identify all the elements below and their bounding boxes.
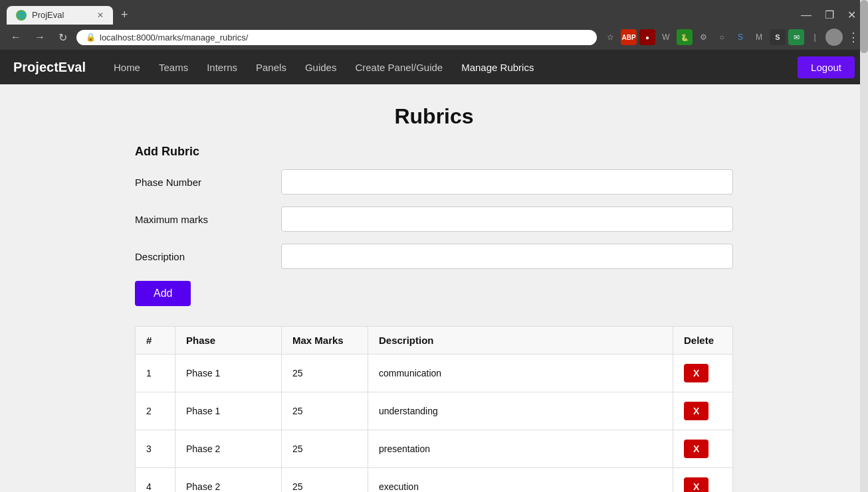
- address-bar-row: ← → ↻ 🔒 localhost:8000/marks/manage_rubr…: [0, 25, 868, 50]
- delete-button-4[interactable]: X: [684, 477, 708, 492]
- cell-maxmarks: 25: [282, 392, 368, 430]
- col-header-num: #: [136, 327, 175, 355]
- delete-button-3[interactable]: X: [684, 440, 708, 458]
- cell-num: 1: [136, 355, 175, 392]
- maximum-marks-input[interactable]: [281, 206, 733, 232]
- delete-button-2[interactable]: X: [684, 402, 708, 420]
- description-label: Description: [135, 251, 268, 262]
- close-button[interactable]: ✕: [842, 7, 861, 23]
- profile-icon[interactable]: [825, 29, 843, 46]
- col-header-description: Description: [368, 327, 673, 355]
- lock-icon: 🔒: [86, 33, 96, 42]
- logout-button[interactable]: Logout: [798, 56, 855, 78]
- cell-phase: Phase 1: [175, 355, 282, 392]
- cell-delete: X: [673, 392, 733, 430]
- add-rubric-form: Add Rubric Phase Number Maximum marks De…: [135, 145, 733, 306]
- form-section-title: Add Rubric: [135, 145, 733, 159]
- maximum-marks-row: Maximum marks: [135, 206, 733, 232]
- cell-description: communication: [368, 355, 673, 392]
- col-header-phase: Phase: [175, 327, 282, 355]
- ext-icon-7[interactable]: M: [751, 29, 767, 45]
- cell-description: presentation: [368, 430, 673, 468]
- navbar-brand[interactable]: ProjectEval: [13, 60, 86, 75]
- table-row: 4 Phase 2 25 execution X: [136, 468, 733, 493]
- table-header-row: # Phase Max Marks Description Delete: [136, 327, 733, 355]
- delete-button-1[interactable]: X: [684, 364, 708, 382]
- toolbar-icons: ☆ ABP ● W 🐍 ⚙ ○ S M S ✉ | ⋮: [602, 29, 861, 46]
- cell-delete: X: [673, 430, 733, 468]
- navbar-links: Home Teams Interns Panels Guides Create …: [106, 56, 798, 78]
- cell-delete: X: [673, 468, 733, 493]
- address-bar[interactable]: 🔒 localhost:8000/marks/manage_rubrics/: [76, 30, 597, 45]
- tab-bar: 🌐 ProjEval ✕ + — ❐ ✕: [7, 5, 861, 25]
- tab-title: ProjEval: [32, 10, 64, 20]
- navbar: ProjectEval Home Teams Interns Panels Gu…: [0, 50, 868, 84]
- back-button[interactable]: ←: [7, 30, 25, 44]
- cell-num: 3: [136, 430, 175, 468]
- new-tab-button[interactable]: +: [116, 5, 134, 25]
- ext-icon-9[interactable]: ✉: [788, 29, 804, 45]
- cell-maxmarks: 25: [282, 430, 368, 468]
- main-content: Rubrics Add Rubric Phase Number Maximum …: [0, 84, 868, 492]
- ext-icon-5[interactable]: ○: [714, 29, 730, 45]
- cell-phase: Phase 1: [175, 392, 282, 430]
- phase-number-row: Phase Number: [135, 169, 733, 195]
- table-row: 2 Phase 1 25 understanding X: [136, 392, 733, 430]
- col-header-maxmarks: Max Marks: [282, 327, 368, 355]
- cell-maxmarks: 25: [282, 355, 368, 392]
- ext-icon-8[interactable]: S: [770, 29, 786, 45]
- cell-delete: X: [673, 355, 733, 392]
- tab-favicon: 🌐: [16, 10, 27, 21]
- rubrics-table-wrapper: # Phase Max Marks Description Delete 1 P…: [135, 326, 733, 492]
- rubrics-table: # Phase Max Marks Description Delete 1 P…: [135, 326, 733, 492]
- ext-icon-6[interactable]: S: [732, 29, 748, 45]
- ext-icon-4[interactable]: ⚙: [695, 29, 711, 45]
- nav-teams[interactable]: Teams: [151, 56, 196, 78]
- ext-icon-1[interactable]: ●: [639, 29, 655, 45]
- table-row: 1 Phase 1 25 communication X: [136, 355, 733, 392]
- page-title: Rubrics: [13, 104, 855, 129]
- ext-icon-10[interactable]: |: [807, 29, 823, 45]
- nav-manage-rubrics[interactable]: Manage Rubrics: [453, 56, 542, 78]
- cell-description: execution: [368, 468, 673, 493]
- maximum-marks-label: Maximum marks: [135, 214, 268, 225]
- forward-button[interactable]: →: [31, 30, 49, 44]
- star-icon[interactable]: ☆: [602, 29, 618, 45]
- abp-icon[interactable]: ABP: [621, 29, 637, 45]
- cell-phase: Phase 2: [175, 468, 282, 493]
- tab-close-icon[interactable]: ✕: [97, 11, 104, 20]
- window-controls: — ❐ ✕: [796, 7, 861, 23]
- cell-num: 2: [136, 392, 175, 430]
- maximize-button[interactable]: ❐: [819, 7, 839, 23]
- scrollbar-track[interactable]: [860, 0, 868, 492]
- add-button[interactable]: Add: [135, 281, 191, 306]
- menu-icon[interactable]: ⋮: [845, 29, 861, 45]
- cell-num: 4: [136, 468, 175, 493]
- nav-guides[interactable]: Guides: [297, 56, 345, 78]
- nav-interns[interactable]: Interns: [199, 56, 245, 78]
- browser-chrome: 🌐 ProjEval ✕ + — ❐ ✕: [0, 0, 868, 25]
- cell-maxmarks: 25: [282, 468, 368, 493]
- description-row: Description: [135, 244, 733, 269]
- active-tab[interactable]: 🌐 ProjEval ✕: [7, 6, 113, 25]
- table-row: 3 Phase 2 25 presentation X: [136, 430, 733, 468]
- cell-phase: Phase 2: [175, 430, 282, 468]
- nav-create-panel-guide[interactable]: Create Panel/Guide: [347, 56, 451, 78]
- nav-panels[interactable]: Panels: [248, 56, 294, 78]
- scrollbar-thumb[interactable]: [860, 0, 868, 53]
- phase-number-input[interactable]: [281, 169, 733, 195]
- nav-home[interactable]: Home: [106, 56, 148, 78]
- cell-description: understanding: [368, 392, 673, 430]
- ext-icon-2[interactable]: W: [658, 29, 674, 45]
- col-header-delete: Delete: [673, 327, 733, 355]
- description-input[interactable]: [281, 244, 733, 269]
- reload-button[interactable]: ↻: [54, 30, 71, 45]
- url-text: localhost:8000/marks/manage_rubrics/: [100, 33, 248, 42]
- phase-number-label: Phase Number: [135, 177, 268, 188]
- ext-icon-3[interactable]: 🐍: [677, 29, 693, 45]
- minimize-button[interactable]: —: [796, 7, 817, 23]
